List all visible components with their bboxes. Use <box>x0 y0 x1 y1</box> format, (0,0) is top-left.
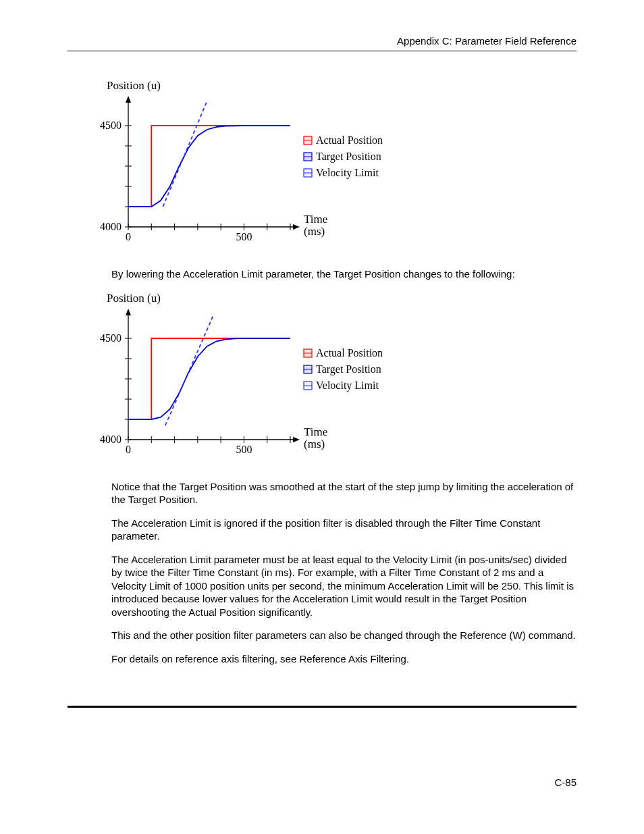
x-tick-label: 0 <box>126 231 131 242</box>
x-tick-label: 500 <box>236 231 252 242</box>
y-axis-label: Position (u) <box>107 79 161 92</box>
x-tick-label: 500 <box>236 444 252 455</box>
legend-label: Actual Position <box>316 347 383 359</box>
paragraph-3: The Acceleration Limit is ignored if the… <box>111 517 576 543</box>
paragraph-1: By lowering the Acceleration Limit param… <box>111 267 576 281</box>
page-header: Appendix C: Parameter Field Reference <box>68 35 576 51</box>
legend-label: Target Position <box>316 151 381 163</box>
y-axis-label: Position (u) <box>107 292 161 305</box>
series-line <box>165 314 214 425</box>
series-line <box>163 101 207 207</box>
page-number: C-85 <box>554 777 576 788</box>
chart-2: Position (u)400045000500Time(ms)Actual P… <box>88 291 576 467</box>
legend-label: Actual Position <box>316 134 383 146</box>
arrow-right-icon <box>293 224 300 230</box>
y-tick-label: 4500 <box>100 120 122 131</box>
y-tick-label: 4000 <box>100 434 122 445</box>
header-title: Appendix C: Parameter Field Reference <box>397 35 576 47</box>
arrow-up-icon <box>126 96 131 103</box>
legend-label: Target Position <box>316 363 381 375</box>
arrow-right-icon <box>293 437 300 442</box>
x-axis-label: Time <box>304 425 327 438</box>
footer-rule <box>68 706 576 708</box>
x-axis-unit: (ms) <box>304 438 325 450</box>
chart-1: Position (u)400045000500Time(ms)Actual P… <box>88 78 576 254</box>
paragraph-4: The Acceleration Limit parameter must be… <box>111 553 576 619</box>
series-line <box>128 126 290 207</box>
series-line <box>128 338 290 419</box>
series-line <box>128 338 290 419</box>
paragraph-6: For details on reference axis filtering,… <box>111 652 576 666</box>
paragraph-2: Notice that the Target Position was smoo… <box>111 480 576 506</box>
x-axis-unit: (ms) <box>304 225 325 238</box>
series-line <box>128 126 290 207</box>
x-tick-label: 0 <box>126 444 131 455</box>
legend-label: Velocity Limit <box>316 380 379 392</box>
arrow-up-icon <box>126 309 131 315</box>
paragraph-5: This and the other position filter param… <box>111 629 576 642</box>
y-tick-label: 4500 <box>100 332 122 344</box>
legend-label: Velocity Limit <box>316 167 379 179</box>
y-tick-label: 4000 <box>100 221 122 232</box>
x-axis-label: Time <box>304 213 327 226</box>
